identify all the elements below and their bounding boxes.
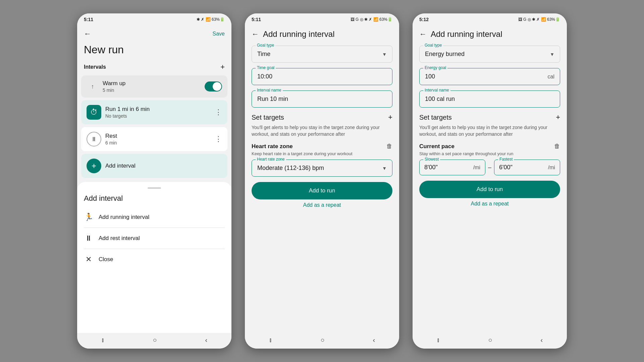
add-to-run-btn-3[interactable]: Add to run: [419, 181, 560, 198]
back-nav-btn-1[interactable]: ‹: [205, 336, 207, 344]
back-button-2[interactable]: ←: [252, 30, 259, 39]
phone-1: 5:11 ✱ ✗ 📶 63%🔋 ← Save New run Intervals…: [77, 13, 231, 349]
add-target-plus-2[interactable]: +: [388, 113, 392, 122]
interval-name-value-2: Run 10 min: [257, 96, 288, 103]
back-nav-btn-2[interactable]: ‹: [373, 336, 375, 344]
heart-rate-arrow: ▼: [382, 166, 387, 171]
bottom-sheet: Add interval 🏃 Add running interval ⏸ Ad…: [77, 182, 231, 333]
rest-item[interactable]: ⏸ Rest 6 min ⋮: [81, 127, 227, 151]
delete-heart-rate-btn[interactable]: 🗑: [386, 143, 392, 150]
goal-type-field-3[interactable]: Goal type Energy burned ▼: [419, 46, 560, 63]
heart-rate-box[interactable]: Moderate (112-136) bpm ▼: [252, 160, 392, 177]
goal-type-box-3[interactable]: Energy burned ▼: [419, 46, 560, 63]
pace-separator: –: [488, 164, 491, 171]
add-as-repeat-link-2[interactable]: Add as a repeat: [252, 202, 392, 211]
add-to-run-btn-2[interactable]: Add to run: [252, 182, 392, 199]
close-icon: ✕: [84, 255, 93, 264]
energy-goal-field[interactable]: Energy goal 100 cal: [419, 68, 560, 85]
interval-name-label-3: Interval name: [423, 88, 450, 93]
home-btn-2[interactable]: ○: [321, 336, 325, 344]
interval-name-field-2[interactable]: Interval name Run 10 min: [252, 90, 392, 108]
screen3-title: Add running interval: [431, 29, 502, 39]
divider-2: [84, 249, 225, 249]
interval-name-box-3[interactable]: 100 cal run: [419, 90, 560, 108]
home-btn-1[interactable]: ○: [153, 336, 157, 344]
interval-name-label-2: Interval name: [256, 88, 283, 93]
sheet-running-item[interactable]: 🏃 Add running interval: [84, 208, 225, 226]
energy-goal-box[interactable]: 100 cal: [419, 68, 560, 85]
run-icon: ⏱: [87, 105, 101, 120]
page-title-1: New run: [77, 41, 231, 61]
sheet-handle: [148, 187, 161, 189]
recent-apps-btn-2[interactable]: ⫾: [269, 336, 272, 344]
slowest-field[interactable]: 8'00" /mi: [419, 160, 485, 175]
warm-up-icon: ↑: [87, 80, 99, 93]
run-detail: No targets: [105, 113, 211, 119]
pace-row: Slowest 8'00" /mi – Fastest 6'00" /mi: [419, 160, 560, 175]
goal-type-field[interactable]: Goal type Time ▼: [252, 46, 392, 63]
add-interval-label: Add interval: [105, 163, 136, 169]
rest-menu-button[interactable]: ⋮: [215, 135, 222, 143]
rest-info: Rest 6 min: [105, 133, 211, 145]
goal-type-arrow: ▼: [382, 52, 387, 57]
time-3: 5:12: [419, 17, 429, 22]
intervals-label: Intervals: [84, 64, 106, 70]
back-nav-btn-3[interactable]: ‹: [540, 336, 543, 344]
goal-type-label-3: Goal type: [423, 43, 443, 48]
sheet-close-item[interactable]: ✕ Close: [84, 250, 225, 268]
time-1: 5:11: [84, 17, 93, 22]
warm-up-toggle[interactable]: [205, 81, 222, 92]
set-targets-title-2: Set targets: [252, 114, 284, 121]
recent-apps-btn-1[interactable]: ⫾: [101, 336, 105, 344]
delete-pace-btn[interactable]: 🗑: [554, 143, 560, 150]
status-bar-1: 5:11 ✱ ✗ 📶 63%🔋: [77, 13, 231, 25]
fastest-field-group: Fastest 6'00" /mi: [494, 160, 560, 175]
interval-name-field-3[interactable]: Interval name 100 cal run: [419, 90, 560, 108]
rest-icon: ⏸: [87, 132, 101, 146]
targets-desc-3: You'll get alerts to help you stay in th…: [419, 124, 560, 137]
time-goal-box[interactable]: 10:00: [252, 68, 392, 85]
fastest-unit: /mi: [548, 165, 555, 171]
set-targets-title-3: Set targets: [419, 114, 452, 121]
heart-rate-field[interactable]: Heart rate zone Moderate (112-136) bpm ▼: [252, 160, 392, 177]
slowest-unit: /mi: [473, 165, 480, 171]
run-item[interactable]: ⏱ Run 1 mi in 6 min No targets ⋮: [81, 100, 227, 124]
pace-desc: Stay within a set pace range throughout …: [419, 151, 560, 156]
run-name: Run 1 mi in 6 min: [105, 106, 211, 113]
run-menu-button[interactable]: ⋮: [215, 108, 222, 117]
status-icons-1: ✱ ✗ 📶 63%🔋: [197, 17, 225, 22]
home-btn-3[interactable]: ○: [488, 336, 492, 344]
time-goal-value: 10:00: [257, 73, 272, 80]
back-button-3[interactable]: ←: [419, 30, 427, 39]
close-label: Close: [99, 256, 113, 263]
interval-name-value-3: 100 cal run: [425, 96, 455, 103]
add-interval-btn[interactable]: + Add interval: [81, 154, 227, 178]
sheet-title: Add interval: [84, 194, 225, 203]
set-targets-header-2: Set targets +: [252, 113, 392, 122]
goal-type-box[interactable]: Time ▼: [252, 46, 392, 63]
fastest-label: Fastest: [498, 157, 514, 162]
goal-type-arrow-3: ▼: [550, 52, 554, 57]
pace-title: Current pace: [419, 143, 454, 150]
heart-rate-target: Heart rate zone 🗑 Keep heart rate in a t…: [252, 143, 392, 177]
energy-unit: cal: [548, 74, 554, 80]
save-button[interactable]: Save: [213, 31, 225, 37]
add-target-plus-3[interactable]: +: [556, 113, 560, 122]
fastest-field[interactable]: 6'00" /mi: [494, 160, 560, 175]
add-interval-plus[interactable]: +: [220, 63, 225, 71]
sheet-rest-item[interactable]: ⏸ Add rest interval: [84, 229, 225, 247]
screen1-header: ← Save: [77, 25, 231, 41]
interval-name-box-2[interactable]: Run 10 min: [252, 90, 392, 108]
add-as-repeat-link-3[interactable]: Add as a repeat: [419, 201, 560, 209]
warm-up-item[interactable]: ↑ Warm up 5 min: [81, 75, 227, 98]
run-info: Run 1 mi in 6 min No targets: [105, 106, 211, 119]
back-button-1[interactable]: ←: [84, 29, 91, 38]
slowest-label: Slowest: [423, 157, 440, 162]
rest-name: Rest: [105, 133, 211, 139]
goal-type-value: Time: [257, 51, 270, 58]
time-goal-field[interactable]: Time goal 10:00: [252, 68, 392, 85]
nav-bar-2: ⫾ ○ ‹: [245, 333, 399, 349]
screen2-header: ← Add running interval: [245, 25, 399, 42]
energy-goal-value: 100: [425, 73, 435, 80]
recent-apps-btn-3[interactable]: ⫾: [437, 336, 440, 344]
